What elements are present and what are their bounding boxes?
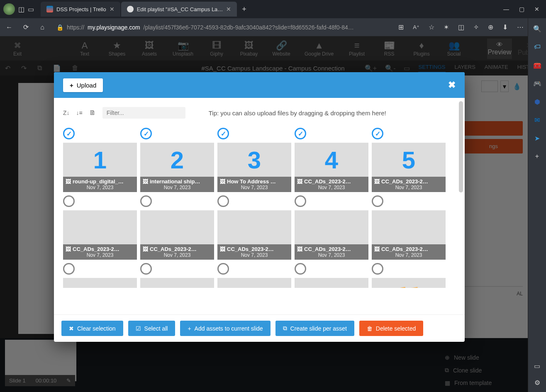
asset-item[interactable]	[140, 263, 214, 288]
favorite-icon[interactable]: ☆	[429, 23, 434, 31]
asset-item[interactable]: 🖼 CC_ADs_2023-2… Nov 7, 2023	[295, 195, 368, 260]
sort-desc-icon[interactable]: ↓≡	[76, 110, 83, 116]
add-assets-button[interactable]: +Add assets to current slide	[180, 321, 270, 336]
settings-icon[interactable]: ⚙	[533, 378, 542, 387]
upload-tip: Tip: you can also upload files by draggi…	[209, 110, 386, 117]
asset-thumbnail	[63, 278, 137, 288]
sort-za-icon[interactable]: Z↓	[63, 110, 70, 116]
asset-item[interactable]: 🖼 CC_ADs_2023-2… Nov 7, 2023	[140, 195, 214, 260]
collections-icon[interactable]: ⊕	[488, 23, 493, 31]
asset-caption: 🖼 CC_ADs_2023-2… Nov 7, 2023	[217, 244, 291, 260]
asset-item[interactable]: 1 🖼 round-up_digital_… Nov 7, 2023	[63, 128, 137, 192]
url-input[interactable]: 🔒 https://my.playsignage.com/playlist/45…	[55, 24, 356, 31]
send-icon[interactable]: ➤	[533, 134, 542, 143]
select-checkmark[interactable]	[217, 195, 229, 207]
tab-actions-icon[interactable]: ▭	[28, 5, 34, 13]
add-icon[interactable]: +	[533, 152, 542, 161]
close-modal-icon[interactable]: ✖	[448, 80, 456, 90]
office-icon[interactable]: ⬢	[533, 97, 542, 106]
image-icon: 🖼	[297, 246, 302, 252]
upload-button[interactable]: + Upload	[63, 78, 103, 92]
select-checkmark[interactable]	[140, 128, 152, 139]
asset-item[interactable]: 🖼 CC_ADs_2023-2… Nov 7, 2023	[217, 195, 291, 260]
select-checkmark[interactable]	[295, 195, 306, 207]
select-checkmark[interactable]	[372, 263, 383, 275]
select-checkmark[interactable]	[295, 128, 306, 139]
check-icon: ☑	[136, 325, 141, 332]
asset-thumbnail: 4	[295, 143, 368, 177]
asset-filename: 🖼 CC_ADs_2023-2…	[66, 246, 134, 252]
asset-item[interactable]	[295, 263, 368, 288]
asset-item[interactable]: 4 🖼 CC_ADs_2023-2… Nov 7, 2023	[295, 128, 368, 192]
url-path: /playlist/457f36e6-7072-4593-82db-9afc30…	[144, 24, 354, 31]
select-checkmark[interactable]	[140, 263, 152, 275]
clear-selection-button[interactable]: ✖Clear selection	[61, 321, 123, 336]
favorites-bar-icon[interactable]: ✧	[473, 23, 479, 31]
asset-caption: 🖼 CC_ADs_2023-2… Nov 7, 2023	[295, 244, 368, 260]
more-icon[interactable]: ⋯	[517, 23, 524, 31]
delete-selected-button[interactable]: 🗑Delete selected	[359, 321, 424, 336]
filter-input[interactable]	[102, 107, 185, 119]
scrollbar[interactable]	[459, 101, 463, 192]
workspaces-icon[interactable]: ◫	[18, 5, 24, 13]
game-icon[interactable]: 🎮	[533, 79, 542, 88]
trash-icon: 🗑	[367, 325, 373, 332]
modal-footer: ✖Clear selection ☑Select all +Add assets…	[54, 314, 465, 342]
select-checkmark[interactable]	[372, 128, 383, 139]
refresh-icon[interactable]: ⟳	[22, 23, 30, 31]
asset-item[interactable]: 📁	[372, 263, 446, 288]
select-checkmark[interactable]	[63, 263, 75, 275]
asset-item[interactable]	[63, 263, 137, 288]
select-all-button[interactable]: ☑Select all	[128, 321, 176, 336]
asset-caption: 🖼 round-up_digital_… Nov 7, 2023	[63, 177, 137, 192]
downloads-icon[interactable]: ⬇	[502, 23, 508, 31]
asset-item[interactable]: 🖼 CC_ADs_2023-2… Nov 7, 2023	[372, 195, 446, 260]
extensions-icon[interactable]: ✶	[444, 23, 449, 31]
close-tab-icon[interactable]: ✕	[226, 6, 231, 12]
select-checkmark[interactable]	[63, 128, 75, 139]
select-checkmark[interactable]	[295, 263, 306, 275]
panel-icon[interactable]: ▭	[533, 361, 542, 370]
browser-tab-trello[interactable]: DSS Projects | Trello ✕	[41, 2, 120, 17]
close-tab-icon[interactable]: ✕	[110, 6, 115, 12]
addressbar: ← ⟳ ⌂ 🔒 https://my.playsignage.com/playl…	[0, 18, 546, 37]
asset-caption: 🖼 CC_ADs_2023-2… Nov 7, 2023	[372, 177, 446, 192]
select-checkmark[interactable]	[217, 128, 229, 139]
shopping-icon[interactable]: 🏷	[533, 42, 542, 51]
new-tab-button[interactable]: +	[238, 5, 251, 14]
asset-date: Nov 7, 2023	[297, 185, 366, 190]
browser-tab-playsignage[interactable]: Edit playlist "#SA_CC Campus La… ✕	[121, 2, 237, 17]
selection-order: 4	[295, 143, 368, 177]
app-icon[interactable]: ⊞	[398, 23, 404, 31]
selection-order: 3	[217, 143, 291, 177]
minimize-icon[interactable]: —	[503, 6, 509, 12]
asset-caption: 🖼 CC_ADs_2023-2… Nov 7, 2023	[295, 177, 368, 192]
image-icon: 🖼	[374, 178, 380, 185]
asset-filename: 🖼 CC_ADs_2023-2…	[297, 246, 366, 252]
asset-date: Nov 7, 2023	[143, 252, 212, 258]
outlook-icon[interactable]: ✉	[533, 115, 542, 124]
select-checkmark[interactable]	[63, 195, 75, 207]
create-slide-per-asset-button[interactable]: ⧉Create slide per asset	[275, 321, 354, 336]
asset-thumbnail	[140, 278, 214, 288]
back-icon[interactable]: ←	[5, 24, 13, 31]
text-size-icon[interactable]: A⁺	[413, 24, 419, 30]
asset-caption: 🖼 CC_ADs_2023-2… Nov 7, 2023	[140, 244, 214, 260]
asset-item[interactable]: 🖼 CC_ADs_2023-2… Nov 7, 2023	[63, 195, 137, 260]
close-window-icon[interactable]: ✕	[534, 6, 539, 12]
search-icon[interactable]: 🔍	[533, 24, 542, 33]
split-icon[interactable]: ◫	[458, 23, 464, 31]
tools-icon[interactable]: 🧰	[533, 61, 542, 70]
home-icon[interactable]: ⌂	[38, 24, 46, 31]
asset-item[interactable]: 5 🖼 CC_ADs_2023-2… Nov 7, 2023	[372, 128, 446, 192]
select-checkmark[interactable]	[372, 195, 383, 207]
asset-item[interactable]: 2 🖼 international ship… Nov 7, 2023	[140, 128, 214, 192]
asset-item[interactable]	[217, 263, 291, 288]
site-lock-icon[interactable]: 🔒	[56, 24, 63, 31]
select-checkmark[interactable]	[140, 195, 152, 207]
select-checkmark[interactable]	[217, 263, 229, 275]
asset-item[interactable]: 3 🖼 How To Address … Nov 7, 2023	[217, 128, 291, 192]
asset-thumbnail	[217, 278, 291, 288]
file-icon[interactable]: 🗎	[89, 109, 96, 117]
maximize-icon[interactable]: ▢	[519, 6, 524, 12]
